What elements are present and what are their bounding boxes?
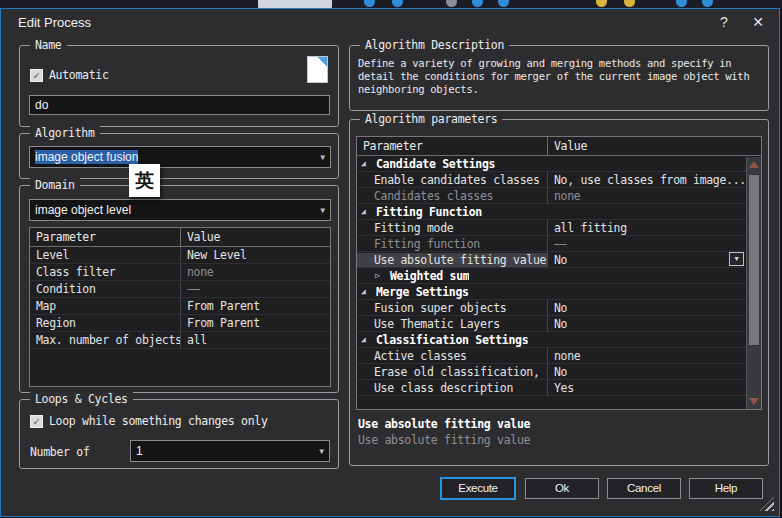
table-row[interactable]: Condition —— <box>30 281 330 298</box>
chevron-down-icon: ▼ <box>320 206 325 215</box>
value-cell: none <box>548 189 581 203</box>
param-cell: Max. number of objects <box>30 333 180 347</box>
value-cell: No <box>548 253 567 267</box>
close-icon[interactable]: ✕ <box>745 12 771 32</box>
help-button[interactable]: Help <box>689 478 763 499</box>
name-group: Name ✓ Automatic <box>19 45 339 127</box>
value-cell: No <box>548 365 567 379</box>
domain-group-label: Domain <box>30 178 80 192</box>
table-row[interactable]: Level New Level <box>30 247 330 264</box>
subsection-row[interactable]: ▷ Weighted sum <box>357 268 746 284</box>
value-cell: —— <box>548 237 567 251</box>
value-cell: —— <box>181 282 200 296</box>
number-of-select[interactable]: 1 ▼ <box>130 440 330 462</box>
algorithm-select[interactable]: image object fusion ▼ <box>29 146 331 168</box>
toolbar-icon <box>676 0 687 7</box>
value-cell: No <box>548 317 567 331</box>
automatic-checkbox[interactable]: ✓ <box>30 69 43 82</box>
resize-grip[interactable] <box>760 497 774 511</box>
section-label: Merge Settings <box>370 285 469 299</box>
tree-expanded-icon[interactable]: ◢ <box>357 335 370 344</box>
new-document-icon[interactable] <box>307 56 328 83</box>
ok-button[interactable]: Ok <box>525 478 599 499</box>
selected-table-row[interactable]: Use absolute fitting value No ▼ <box>357 252 746 268</box>
algorithm-group-label: Algorithm <box>30 126 100 140</box>
param-cell: Region <box>30 316 180 330</box>
column-header: Value <box>547 137 761 155</box>
scrollbar-thumb[interactable] <box>749 175 759 345</box>
tree-expanded-icon[interactable]: ◢ <box>357 287 370 296</box>
value-cell: New Level <box>181 248 247 262</box>
param-cell: Use absolute fitting value <box>357 253 547 267</box>
ime-language-indicator: 英 <box>129 164 160 197</box>
param-cell: Enable candidates classes <box>357 173 547 187</box>
automatic-checkbox-row[interactable]: ✓ Automatic <box>30 68 109 82</box>
param-cell: Fusion super objects <box>357 301 547 315</box>
table-row[interactable]: Fitting mode all fitting <box>357 220 746 236</box>
toolbar-icon <box>364 0 375 7</box>
edit-process-dialog: Edit Process ? ✕ Name ✓ Automatic Algori… <box>0 8 780 517</box>
param-cell: Use Thematic Layers <box>357 317 547 331</box>
tree-collapsed-icon[interactable]: ▷ <box>371 271 384 280</box>
loop-checkbox[interactable]: ✓ <box>30 415 43 428</box>
automatic-label: Automatic <box>49 68 109 82</box>
loop-checkbox-row[interactable]: ✓ Loop while something changes only <box>30 414 268 428</box>
loop-checkbox-label: Loop while something changes only <box>49 414 268 428</box>
scroll-up-icon[interactable] <box>749 161 759 168</box>
cancel-button[interactable]: Cancel <box>607 478 681 499</box>
value-cell: From Parent <box>181 299 260 313</box>
column-header: Parameter <box>357 139 547 153</box>
tree-expanded-icon[interactable]: ◢ <box>357 207 370 216</box>
param-cell: Candidates classes <box>357 189 547 203</box>
domain-select[interactable]: image object level ▼ <box>29 199 331 221</box>
domain-group: Domain image object level ▼ Parameter Va… <box>19 185 339 393</box>
value-cell: none <box>548 349 581 363</box>
help-icon[interactable]: ? <box>711 12 737 32</box>
execute-button[interactable]: Execute <box>441 478 515 499</box>
section-row[interactable]: ◢ Candidate Settings <box>357 156 746 172</box>
table-row[interactable]: Fitting function —— <box>357 236 746 252</box>
loops-cycles-group: Loops & Cycles ✓ Loop while something ch… <box>19 399 339 469</box>
value-cell: No <box>548 301 567 315</box>
value-cell: none <box>181 265 214 279</box>
value-dropdown-button[interactable]: ▼ <box>729 252 744 266</box>
table-row[interactable]: Class filter none <box>30 264 330 281</box>
chevron-down-icon: ▼ <box>320 153 325 162</box>
table-row[interactable]: Candidates classes none <box>357 188 746 204</box>
section-row[interactable]: ◢ Classification Settings <box>357 332 746 348</box>
table-row[interactable]: Use Thematic Layers No <box>357 316 746 332</box>
table-row[interactable]: Active classes none <box>357 348 746 364</box>
process-name-input[interactable] <box>29 95 330 115</box>
param-cell: Class filter <box>30 265 180 279</box>
tree-expanded-icon[interactable]: ◢ <box>357 159 370 168</box>
algorithm-description-group: Algorithm Description Define a variety o… <box>349 45 769 111</box>
value-cell: Yes <box>548 381 574 395</box>
algorithm-group: Algorithm image object fusion ▼ <box>19 133 339 179</box>
table-row[interactable]: Map From Parent <box>30 298 330 315</box>
domain-table-header: Parameter Value <box>30 228 330 247</box>
chevron-down-icon: ▼ <box>319 447 324 456</box>
loops-group-label: Loops & Cycles <box>30 392 133 406</box>
toolbar-icon <box>596 0 607 7</box>
dialog-title: Edit Process <box>18 15 91 30</box>
scroll-down-icon[interactable] <box>749 398 759 405</box>
number-of-label: Number of <box>30 445 90 459</box>
table-row[interactable]: Use class description Yes <box>357 380 746 396</box>
domain-parameter-table: Parameter Value Level New Level Class fi… <box>29 227 331 387</box>
param-cell: Use class description <box>357 381 547 395</box>
section-row[interactable]: ◢ Merge Settings <box>357 284 746 300</box>
screen: Edit Process ? ✕ Name ✓ Automatic Algori… <box>0 0 782 518</box>
selected-parameter-title: Use absolute fitting value <box>358 417 530 431</box>
algorithm-parameters-group: Algorithm parameters Parameter Value ◢ C… <box>349 119 769 466</box>
parameters-table-header: Parameter Value <box>357 137 761 156</box>
table-row[interactable]: Erase old classification, i... No <box>357 364 746 380</box>
table-row[interactable]: Region From Parent <box>30 315 330 332</box>
table-row[interactable]: Fusion super objects No <box>357 300 746 316</box>
number-of-value: 1 <box>136 444 143 458</box>
vertical-scrollbar[interactable] <box>746 157 761 409</box>
section-row[interactable]: ◢ Fitting Function <box>357 204 746 220</box>
table-row[interactable]: Enable candidates classes No, use classe… <box>357 172 746 188</box>
toolbar-icon <box>392 0 403 7</box>
table-row[interactable]: Max. number of objects all <box>30 332 330 349</box>
subsection-label: Weighted sum <box>384 269 469 283</box>
